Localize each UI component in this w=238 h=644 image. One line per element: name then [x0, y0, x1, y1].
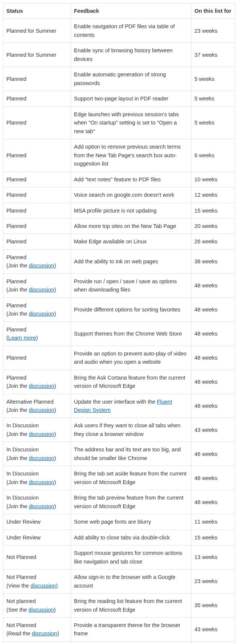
- status-link[interactable]: discussion: [32, 630, 57, 636]
- duration-cell: 48 weeks: [191, 466, 235, 490]
- feedback-text: MSA profile picture is not updating: [74, 208, 157, 214]
- status-text: Planned: [6, 208, 26, 214]
- status-link[interactable]: discussion: [29, 607, 54, 613]
- status-text: Planned: [6, 120, 26, 126]
- status-cell: In Discussion(Join the discussion): [3, 490, 71, 514]
- status-link-prefix: (View the: [6, 583, 30, 589]
- feedback-text: Enable sync of browsing history between …: [74, 47, 173, 62]
- status-link-prefix: (Join the: [6, 287, 29, 293]
- feedback-text: Bring the tab set aside feature from the…: [74, 471, 187, 485]
- status-link[interactable]: discussion: [29, 263, 54, 269]
- status-link-prefix: (Join the: [6, 383, 29, 389]
- duration-cell: 48 weeks: [191, 370, 235, 394]
- feedback-text: Some web page fonts are blurry: [74, 519, 151, 525]
- status-link[interactable]: discussion: [29, 431, 54, 437]
- status-cell: In Discussion(Join the discussion): [3, 418, 71, 442]
- status-link-suffix: ): [54, 479, 56, 485]
- feedback-cell: Add option to remove previous search ter…: [71, 139, 191, 172]
- table-row: In Discussion(Join the discussion)The ad…: [3, 442, 235, 466]
- status-text: Planned: [6, 152, 26, 158]
- duration-cell: 20 weeks: [191, 218, 235, 234]
- status-cell: Under Review: [3, 530, 71, 545]
- table-row: Planned for SummerEnable navigation of P…: [3, 19, 235, 43]
- feedback-cell: Ask users if they want to close all tabs…: [71, 418, 191, 442]
- status-text: Not Planned: [6, 574, 36, 580]
- feedback-text: Ask users if they want to close all tabs…: [74, 422, 181, 437]
- table-row: PlannedVoice search on google.com doesn'…: [3, 187, 235, 203]
- status-cell: Planned: [3, 106, 71, 139]
- duration-cell: 5 weeks: [191, 91, 235, 106]
- status-link[interactable]: discussion: [29, 287, 54, 293]
- status-link-suffix: ): [54, 607, 56, 613]
- status-cell: Not planned(See the discussion): [3, 594, 71, 618]
- feedback-cell: Bring the tab set aside feature from the…: [71, 466, 191, 490]
- status-link-prefix: (Join the: [6, 311, 29, 317]
- feedback-text: Support themes from the Chrome Web Store: [74, 331, 182, 337]
- table-row: In Discussion(Join the discussion)Ask us…: [3, 418, 235, 442]
- duration-cell: 48 weeks: [191, 322, 235, 346]
- feedback-cell: Some web page fonts are blurry: [71, 514, 191, 530]
- status-text: Planned: [6, 238, 26, 245]
- feedback-cell: MSA profile picture is not updating: [71, 203, 191, 218]
- duration-cell: 37 weeks: [191, 43, 235, 67]
- status-text: Planned: [6, 355, 26, 361]
- table-row: Not Planned(View the discussion)Allow si…: [3, 570, 235, 594]
- feedback-cell: Edge launches with previous session's ta…: [71, 106, 191, 139]
- status-link[interactable]: discussion: [29, 479, 54, 485]
- duration-cell: 26 weeks: [191, 234, 235, 249]
- status-link-suffix: ): [54, 287, 56, 293]
- feedback-text: Add the ability to ink on web pages: [74, 258, 158, 264]
- feedback-text: Add ability to close tabs via double-cli…: [74, 535, 170, 541]
- duration-cell: 43 weeks: [191, 617, 235, 641]
- duration-cell: 13 weeks: [191, 545, 235, 570]
- status-link[interactable]: discussion: [29, 311, 54, 317]
- status-link-suffix: ): [54, 503, 56, 509]
- status-link-suffix: ): [54, 311, 56, 317]
- feedback-text: Support two-page layout in PDF reader: [74, 96, 168, 102]
- duration-cell: 12 weeks: [191, 187, 235, 203]
- feedback-cell: Support mouse gestures for common action…: [71, 545, 191, 570]
- feedback-text: Edge launches with previous session's ta…: [74, 111, 179, 134]
- status-cell: Not Planned: [3, 545, 71, 570]
- status-cell: Planned: [3, 187, 71, 203]
- duration-cell: 46 weeks: [191, 442, 235, 466]
- status-text: Planned: [6, 375, 26, 381]
- status-link[interactable]: discussion: [29, 503, 54, 509]
- feedback-text: Provide run / open / save / save as opti…: [74, 278, 177, 293]
- table-row: Not Planned(Read the discussion)Make tab…: [3, 641, 235, 644]
- duration-cell: 11 weeks: [191, 514, 235, 530]
- feedback-cell: Voice search on google.com doesn't work: [71, 187, 191, 203]
- feedback-text: Voice search on google.com doesn't work: [74, 192, 174, 198]
- status-link-prefix: (Join the: [6, 263, 29, 269]
- status-cell: Planned for Summer: [3, 19, 71, 43]
- feedback-cell: Provide run / open / save / save as opti…: [71, 273, 191, 298]
- status-text: Planned for Summer: [6, 28, 56, 34]
- duration-cell: 10 weeks: [191, 172, 235, 187]
- status-cell: Under Review: [3, 514, 71, 530]
- feedback-cell: Provide a transparent theme for the brow…: [71, 617, 191, 641]
- status-link[interactable]: discussion: [29, 455, 54, 461]
- table-row: PlannedMSA profile picture is not updati…: [3, 203, 235, 218]
- status-link-suffix: ): [56, 583, 58, 589]
- status-cell: Planned(Join the discussion): [3, 298, 71, 322]
- feedback-text: Enable automatic generation of strong pa…: [74, 71, 166, 86]
- status-link[interactable]: Learn more: [8, 335, 36, 341]
- duration-cell: 47 weeks: [191, 641, 235, 644]
- feedback-cell: Add ability to close tabs via double-cli…: [71, 530, 191, 545]
- feedback-cell: Enable automatic generation of strong pa…: [71, 67, 191, 91]
- feedback-table: Status Feedback On this list for Planned…: [3, 3, 235, 644]
- status-cell: Planned for Summer: [3, 43, 71, 67]
- feedback-cell: Enable sync of browsing history between …: [71, 43, 191, 67]
- duration-cell: 48 weeks: [191, 346, 235, 370]
- feedback-text: Add option to remove previous search ter…: [74, 144, 181, 167]
- status-link[interactable]: discussion: [30, 583, 56, 589]
- status-text: Alternative Planned: [6, 399, 54, 405]
- feedback-text: Update the user interface with the: [74, 399, 157, 405]
- table-row: Planned(Learn more)Support themes from t…: [3, 322, 235, 346]
- status-link[interactable]: discussion: [29, 407, 54, 413]
- feedback-cell: Allow more top sites on the New Tab Page: [71, 218, 191, 234]
- table-row: Under ReviewAdd ability to close tabs vi…: [3, 530, 235, 545]
- status-link[interactable]: discussion: [29, 383, 54, 389]
- status-cell: Planned: [3, 67, 71, 91]
- status-cell: Alternative Planned(Join the discussion): [3, 394, 71, 418]
